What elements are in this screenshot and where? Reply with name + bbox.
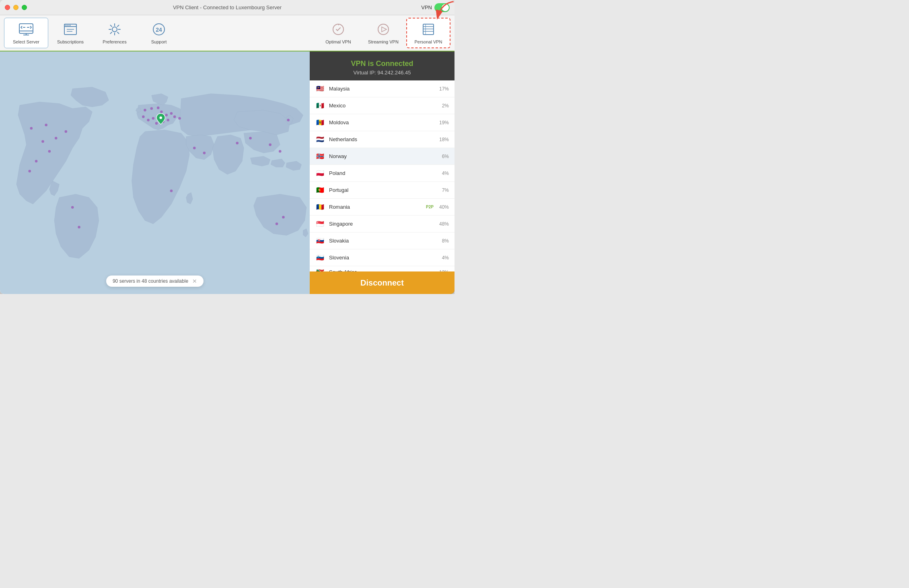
- preferences-label: Preferences: [103, 39, 126, 44]
- toolbar-item-subscriptions[interactable]: Subscriptions: [48, 18, 93, 48]
- country-name-norway: Norway: [329, 153, 437, 159]
- svg-point-31: [28, 170, 31, 173]
- country-name-singapore: Singapore: [329, 221, 437, 227]
- country-name-malaysia: Malaysia: [329, 86, 437, 92]
- country-name-slovenia: Slovenia: [329, 255, 437, 261]
- close-button[interactable]: [5, 5, 10, 10]
- server-count-badge: 90 servers in 48 countries available ✕: [106, 275, 204, 287]
- svg-point-36: [144, 109, 146, 112]
- personal-vpn-icon: [421, 22, 436, 37]
- minimize-button[interactable]: [13, 5, 19, 10]
- streaming-vpn-label: Streaming VPN: [368, 39, 399, 44]
- svg-point-53: [193, 147, 196, 150]
- vpn-ip-text: Virtual IP: 94.242.246.45: [316, 70, 448, 76]
- svg-rect-19: [423, 24, 434, 35]
- server-row-poland[interactable]: 🇵🇱 Poland 4%: [310, 165, 455, 182]
- load-portugal: 7%: [437, 187, 449, 193]
- vpn-toggle[interactable]: [434, 3, 450, 12]
- svg-point-57: [269, 144, 271, 146]
- svg-point-12: [70, 25, 71, 26]
- server-list[interactable]: 🇲🇾 Malaysia 17% 🇲🇽 Mexico 2% 🇲🇩 Moldova …: [310, 80, 455, 271]
- svg-point-10: [66, 25, 67, 26]
- load-slovakia: 8%: [437, 238, 449, 244]
- support-icon: 24: [151, 22, 167, 37]
- maximize-button[interactable]: [22, 5, 27, 10]
- load-moldova: 19%: [437, 120, 449, 125]
- flag-slovenia: 🇸🇮: [315, 255, 325, 261]
- svg-point-34: [71, 206, 74, 209]
- world-map: [0, 51, 310, 294]
- server-row-romania[interactable]: 🇷🇴 Romania P2P 40%: [310, 199, 455, 216]
- app-window: VPN Client - Connected to Luxembourg Ser…: [0, 0, 455, 294]
- svg-point-37: [150, 107, 153, 110]
- server-count-text: 90 servers in 48 countries available: [113, 278, 188, 284]
- toolbar-item-select-server[interactable]: Select Server: [4, 18, 48, 48]
- svg-point-52: [170, 189, 173, 192]
- country-name-moldova: Moldova: [329, 119, 437, 125]
- svg-marker-18: [382, 27, 387, 32]
- toolbar: Select Server Subscriptions: [0, 15, 455, 51]
- svg-point-26: [30, 127, 33, 130]
- server-row-slovenia[interactable]: 🇸🇮 Slovenia 4%: [310, 249, 455, 266]
- svg-point-55: [236, 142, 239, 145]
- server-row-malaysia[interactable]: 🇲🇾 Malaysia 17%: [310, 80, 455, 97]
- select-server-label: Select Server: [13, 39, 39, 44]
- country-name-poland: Poland: [329, 170, 437, 176]
- server-row-singapore[interactable]: 🇸🇬 Singapore 48%: [310, 216, 455, 232]
- toolbar-item-streaming-vpn[interactable]: Streaming VPN: [361, 18, 405, 48]
- support-label: Support: [151, 39, 167, 44]
- country-name-mexico: Mexico: [329, 103, 437, 109]
- load-poland: 4%: [437, 171, 449, 176]
- country-name-romania: Romania: [329, 204, 426, 210]
- right-panel: VPN is Connected Virtual IP: 94.242.246.…: [310, 51, 455, 294]
- svg-point-49: [142, 115, 145, 118]
- country-name-portugal: Portugal: [329, 187, 437, 193]
- svg-point-28: [48, 150, 51, 153]
- svg-point-48: [147, 119, 150, 121]
- toolbar-item-preferences[interactable]: Preferences: [93, 18, 137, 48]
- server-row-netherlands[interactable]: 🇳🇱 Netherlands 18%: [310, 131, 455, 148]
- svg-point-42: [173, 115, 176, 118]
- toolbar-item-optimal-vpn[interactable]: Optimal VPN: [316, 18, 360, 48]
- svg-point-11: [68, 25, 69, 26]
- server-row-moldova[interactable]: 🇲🇩 Moldova 19%: [310, 114, 455, 131]
- svg-point-30: [35, 160, 38, 163]
- svg-point-51: [159, 116, 162, 119]
- svg-point-44: [167, 119, 169, 121]
- svg-point-32: [45, 123, 47, 126]
- flag-romania: 🇷🇴: [315, 204, 325, 210]
- preferences-icon: [107, 22, 122, 37]
- svg-point-33: [65, 130, 68, 133]
- server-row-portugal[interactable]: 🇵🇹 Portugal 7%: [310, 182, 455, 199]
- svg-point-29: [55, 137, 58, 140]
- load-norway: 6%: [437, 154, 449, 159]
- flag-singapore: 🇸🇬: [315, 221, 325, 227]
- svg-point-27: [41, 140, 44, 143]
- flag-malaysia: 🇲🇾: [315, 86, 325, 92]
- load-malaysia: 17%: [437, 86, 449, 92]
- svg-text:24: 24: [156, 27, 162, 33]
- svg-point-35: [78, 226, 80, 228]
- window-title: VPN Client - Connected to Luxembourg Ser…: [173, 4, 282, 10]
- toolbar-item-support[interactable]: 24 Support: [137, 18, 181, 48]
- svg-point-41: [170, 112, 173, 115]
- subscriptions-label: Subscriptions: [57, 39, 84, 44]
- toolbar-item-personal-vpn[interactable]: Personal VPN: [406, 18, 450, 48]
- svg-rect-0: [19, 24, 33, 33]
- disconnect-button[interactable]: Disconnect: [310, 271, 455, 294]
- svg-point-60: [282, 216, 285, 219]
- server-row-mexico[interactable]: 🇲🇽 Mexico 2%: [310, 97, 455, 114]
- flag-moldova: 🇲🇩: [315, 119, 325, 126]
- load-singapore: 48%: [437, 221, 449, 227]
- server-row-norway[interactable]: 🇳🇴 Norway 6%: [310, 148, 455, 165]
- server-row-slovakia[interactable]: 🇸🇰 Slovakia 8%: [310, 232, 455, 249]
- select-server-icon: [19, 22, 34, 37]
- flag-portugal: 🇵🇹: [315, 187, 325, 193]
- server-row-south-africa[interactable]: 🇿🇦 South Africa 12%: [310, 266, 455, 271]
- optimal-vpn-icon: [331, 22, 346, 37]
- svg-point-13: [112, 27, 117, 32]
- svg-point-59: [287, 119, 290, 121]
- titlebar: VPN Client - Connected to Luxembourg Ser…: [0, 0, 455, 15]
- badge-close-button[interactable]: ✕: [192, 278, 197, 284]
- flag-mexico: 🇲🇽: [315, 103, 325, 109]
